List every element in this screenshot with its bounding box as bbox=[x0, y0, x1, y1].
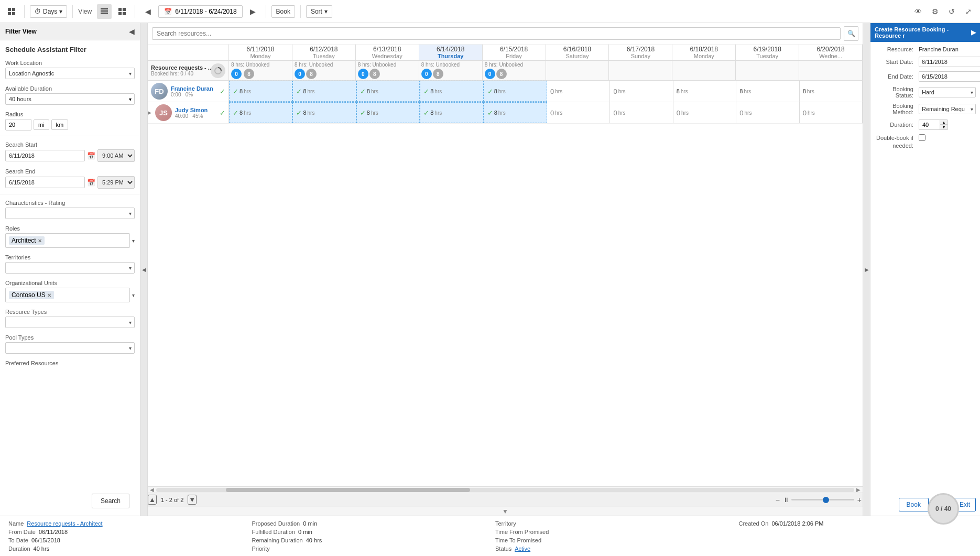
hrs-label-6: hrs bbox=[618, 89, 626, 94]
judy-cell-2[interactable]: ✓ 8 hrs bbox=[356, 102, 420, 123]
francine-cell-9[interactable]: 8 hrs bbox=[800, 81, 863, 102]
francine-cell-8[interactable]: 8 hrs bbox=[736, 81, 799, 102]
francine-cell-3[interactable]: ✓ 8 hrs bbox=[420, 81, 483, 102]
status-value-link[interactable]: Active bbox=[515, 546, 530, 552]
characteristics-select[interactable] bbox=[5, 208, 135, 219]
start-date-input[interactable] bbox=[919, 57, 980, 67]
search-end-time-select[interactable]: 5:29 PM bbox=[97, 176, 135, 189]
search-start-cal-icon[interactable]: 📅 bbox=[87, 152, 95, 160]
pause-btn[interactable]: ⏸ bbox=[783, 496, 789, 504]
next-page-btn[interactable]: ▼ bbox=[188, 495, 197, 505]
judy-expand-btn[interactable]: ▶ bbox=[148, 102, 152, 123]
org-units-tag-input[interactable]: Contoso US ✕ bbox=[5, 288, 130, 302]
left-collapse-handle[interactable]: ◀ bbox=[140, 23, 148, 516]
judy-cell-0[interactable]: ✓ 8 hrs bbox=[229, 102, 292, 123]
zoom-thumb[interactable] bbox=[823, 497, 829, 503]
org-units-dropdown-arrow[interactable]: ▾ bbox=[132, 292, 135, 298]
days-dropdown-btn[interactable]: ⏱ Days ▾ bbox=[30, 5, 67, 18]
date-col-9: 6/20/2018 Wedne... bbox=[799, 45, 863, 61]
h-scrollbar[interactable]: ◀ ▶ bbox=[148, 486, 863, 493]
judy-cell-8[interactable]: 0 hrs bbox=[736, 102, 799, 123]
zoom-plus-btn[interactable]: + bbox=[856, 495, 863, 505]
judy-name[interactable]: Judy Simon bbox=[175, 107, 208, 113]
prev-date-btn[interactable]: ◀ bbox=[140, 4, 155, 19]
roles-dropdown-arrow[interactable]: ▾ bbox=[132, 238, 135, 244]
scroll-thumb[interactable] bbox=[226, 488, 470, 492]
resource-types-select[interactable] bbox=[5, 317, 135, 328]
search-end-date-input[interactable] bbox=[5, 177, 85, 188]
list-view-btn[interactable] bbox=[97, 4, 112, 19]
work-location-select[interactable]: Location Agnostic bbox=[5, 68, 135, 79]
right-collapse-handle[interactable]: ▶ bbox=[863, 23, 870, 516]
francine-cell-1[interactable]: ✓ 8 hrs bbox=[292, 81, 356, 102]
judy-cell-6[interactable]: 0 hrs bbox=[610, 102, 673, 123]
judy-hrs-label-5: hrs bbox=[555, 110, 562, 116]
duration-increment-btn[interactable]: ▲ bbox=[940, 119, 948, 125]
progress-value: 0 / 40 bbox=[935, 505, 951, 513]
search-button[interactable]: Search bbox=[92, 494, 129, 508]
search-start-time-select[interactable]: 9:00 AM bbox=[97, 149, 135, 162]
scroll-track[interactable] bbox=[156, 488, 854, 492]
filter-collapse-btn[interactable]: ◀ bbox=[129, 27, 135, 36]
radius-input[interactable] bbox=[5, 119, 31, 130]
francine-cell-0[interactable]: ✓ 8 hrs bbox=[229, 81, 292, 102]
sort-chevron: ▾ bbox=[324, 8, 328, 15]
grid-icon-btn[interactable] bbox=[4, 4, 19, 19]
search-end-cal-icon[interactable]: 📅 bbox=[87, 179, 95, 187]
francine-name[interactable]: Francine Duran bbox=[171, 85, 213, 92]
next-date-btn[interactable]: ▶ bbox=[246, 4, 260, 19]
zoom-track[interactable] bbox=[791, 499, 854, 500]
hrs-4: 8 bbox=[494, 88, 497, 94]
judy-cell-4[interactable]: ✓ 8 hrs bbox=[484, 102, 547, 123]
booking-bar-2: 0 8 bbox=[358, 69, 417, 79]
territories-select[interactable] bbox=[5, 262, 135, 274]
sort-dropdown-btn[interactable]: Sort ▾ bbox=[306, 5, 332, 18]
francine-cell-4[interactable]: ✓ 8 hrs bbox=[484, 81, 547, 102]
date-range-btn[interactable]: 📅 6/11/2018 - 6/24/2018 bbox=[158, 5, 242, 18]
booking-bar-1: 0 8 bbox=[295, 69, 353, 79]
grid-view-btn[interactable] bbox=[115, 4, 129, 19]
booking-method-select[interactable]: Remaining Requirement Full Requirement bbox=[919, 104, 976, 114]
zoom-minus-btn[interactable]: − bbox=[775, 495, 781, 505]
duration-stepper-input[interactable] bbox=[919, 119, 940, 130]
scroll-right-arrow[interactable]: ▶ bbox=[854, 487, 863, 493]
judy-cell-3[interactable]: ✓ 8 hrs bbox=[420, 102, 483, 123]
judy-cell-1[interactable]: ✓ 8 hrs bbox=[292, 102, 356, 123]
expand-icon-btn[interactable]: ⤢ bbox=[961, 4, 976, 19]
roles-tag-remove[interactable]: ✕ bbox=[38, 238, 42, 244]
org-units-tag-remove[interactable]: ✕ bbox=[47, 292, 51, 298]
collapse-center-btn[interactable]: ▼ bbox=[502, 507, 508, 516]
resource-search-input[interactable] bbox=[152, 27, 841, 40]
name-link[interactable]: Resource requests - Architect bbox=[27, 520, 102, 527]
eye-icon-btn[interactable]: 👁 bbox=[911, 4, 925, 19]
date-col-7: 6/18/2018 Monday bbox=[672, 45, 736, 61]
search-start-date-input[interactable] bbox=[5, 150, 85, 161]
double-book-checkbox[interactable] bbox=[919, 134, 925, 141]
end-date-input[interactable] bbox=[919, 71, 980, 82]
prev-page-btn[interactable]: ▲ bbox=[148, 495, 157, 505]
radius-mi-btn[interactable]: mi bbox=[34, 119, 49, 130]
radius-km-btn[interactable]: km bbox=[51, 119, 69, 130]
judy-cell-7[interactable]: 0 hrs bbox=[673, 102, 736, 123]
roles-label: Roles bbox=[5, 225, 135, 232]
resource-search-btn[interactable]: 🔍 bbox=[844, 26, 858, 41]
settings-icon-btn[interactable]: ⚙ bbox=[928, 4, 942, 19]
refresh-icon-btn[interactable]: ↺ bbox=[944, 4, 959, 19]
judy-cell-9[interactable]: 0 hrs bbox=[800, 102, 863, 123]
francine-cell-2[interactable]: ✓ 8 hrs bbox=[356, 81, 420, 102]
book-button[interactable]: Book bbox=[899, 498, 929, 511]
francine-cell-6[interactable]: 0 hrs bbox=[610, 81, 673, 102]
schedule-grid[interactable]: 6/11/2018 Monday 6/12/2018 Tuesday 6/13/… bbox=[148, 45, 863, 486]
book-btn-toolbar[interactable]: Book bbox=[271, 5, 295, 18]
roles-tag-input[interactable]: Architect ✕ bbox=[5, 233, 130, 248]
duration-input[interactable] bbox=[5, 93, 135, 105]
scroll-left-arrow[interactable]: ◀ bbox=[148, 487, 156, 493]
right-panel-header[interactable]: Create Resource Booking - Resource r ▶ bbox=[870, 23, 980, 42]
francine-cell-5[interactable]: 0 hrs bbox=[547, 81, 610, 102]
duration-decrement-btn[interactable]: ▼ bbox=[940, 125, 948, 130]
form-row-resource: Resource: Francine Duran bbox=[875, 46, 976, 52]
francine-cell-7[interactable]: 8 hrs bbox=[673, 81, 736, 102]
pool-types-select[interactable] bbox=[5, 342, 135, 354]
booking-status-select[interactable]: Hard Soft bbox=[919, 87, 976, 97]
judy-cell-5[interactable]: 0 hrs bbox=[547, 102, 610, 123]
